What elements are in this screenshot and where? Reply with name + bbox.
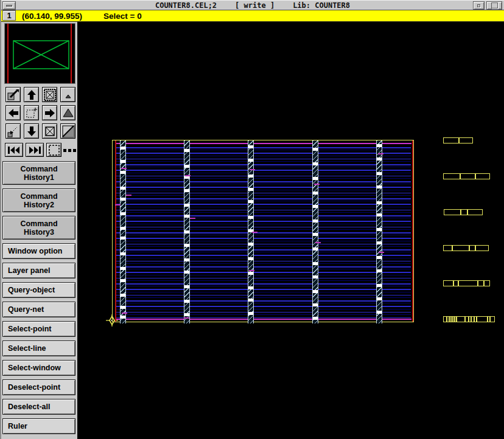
layout-canvas[interactable] bbox=[79, 22, 504, 439]
deselect-point-button[interactable]: Deselect-point bbox=[2, 379, 75, 395]
view-previous-button[interactable] bbox=[5, 143, 23, 157]
up-arrow-icon bbox=[25, 88, 38, 102]
contact-block bbox=[184, 204, 189, 207]
net-label-mark bbox=[315, 242, 321, 243]
select-line-button[interactable]: Select-line bbox=[2, 340, 75, 356]
bus-tap-divider bbox=[489, 317, 491, 322]
select-point-button[interactable]: Select-point bbox=[2, 321, 75, 337]
bus-tap-divider bbox=[476, 317, 477, 322]
delete-box-button[interactable] bbox=[42, 87, 57, 102]
contact-block bbox=[184, 244, 189, 247]
box-x-button[interactable] bbox=[42, 123, 57, 139]
window-menu-button[interactable] bbox=[2, 1, 16, 10]
shrink-view-button[interactable] bbox=[5, 123, 21, 139]
ruler-button[interactable]: Ruler bbox=[2, 418, 75, 434]
left-arrow-icon bbox=[7, 106, 20, 120]
more-options-button[interactable] bbox=[63, 149, 76, 152]
view-next-button[interactable] bbox=[26, 143, 44, 157]
contact-block bbox=[313, 262, 318, 265]
contact-block bbox=[121, 171, 125, 174]
maximize-button[interactable] bbox=[486, 1, 502, 10]
net-label-mark bbox=[249, 270, 254, 271]
command-history1-button[interactable]: Command History1 bbox=[2, 161, 75, 185]
net-label-mark bbox=[379, 252, 384, 253]
contact-block bbox=[377, 201, 382, 204]
contact-block bbox=[121, 212, 125, 215]
contact-block bbox=[377, 241, 382, 244]
command-history2-button[interactable]: Command History2 bbox=[2, 188, 75, 212]
net-label-mark bbox=[190, 218, 195, 219]
iconify-button[interactable] bbox=[473, 1, 485, 10]
fill-corner-button[interactable] bbox=[60, 123, 75, 139]
bus-tap-divider bbox=[458, 281, 459, 286]
contact-block bbox=[121, 316, 125, 319]
query-object-button[interactable]: Query-object bbox=[2, 282, 75, 298]
contact-block bbox=[121, 198, 125, 201]
contact-block bbox=[248, 312, 253, 315]
bus-tap-symbol bbox=[443, 316, 495, 322]
bus-tap-symbol bbox=[443, 173, 490, 179]
contact-block bbox=[184, 165, 189, 168]
title-filename: COUNTER8.CEL;2 bbox=[155, 1, 217, 10]
contact-block bbox=[313, 290, 318, 293]
contact-block bbox=[313, 148, 318, 151]
bus-tap-divider bbox=[453, 281, 454, 286]
pan-right-button[interactable] bbox=[42, 105, 57, 120]
zoom-in-big-button[interactable] bbox=[60, 105, 75, 120]
contact-block bbox=[248, 200, 253, 203]
boxed-x-icon bbox=[43, 88, 57, 102]
icon-toolbar bbox=[1, 87, 77, 160]
select-window-button[interactable]: Select-window bbox=[2, 360, 75, 376]
fast-forward-icon bbox=[27, 145, 42, 156]
bus-tap-divider bbox=[458, 138, 460, 143]
layer-panel-button[interactable]: Layer panel bbox=[2, 263, 75, 278]
titlebar: COUNTER8.CEL;2 [ write ] Lib: COUNTER8 bbox=[1, 0, 504, 10]
edit-button[interactable] bbox=[5, 87, 21, 102]
bus-tap-divider bbox=[468, 317, 469, 322]
cursor-coordinates: (60.140, 99.955) bbox=[22, 12, 82, 21]
bus-tap-divider bbox=[475, 174, 476, 179]
routing-column bbox=[376, 140, 382, 323]
contact-block bbox=[248, 188, 253, 191]
shrink-icon bbox=[7, 125, 20, 138]
bus-tap-divider bbox=[477, 281, 478, 286]
contact-block bbox=[377, 256, 382, 259]
zoom-window-button[interactable] bbox=[24, 105, 39, 120]
command-history3-button[interactable]: Command History3 bbox=[2, 216, 75, 240]
contact-block bbox=[184, 230, 189, 233]
window-option-button[interactable]: Window option bbox=[2, 243, 75, 259]
zoom-out-small-button[interactable] bbox=[60, 87, 75, 102]
window-title: COUNTER8.CEL;2 [ write ] Lib: COUNTER8 bbox=[1, 1, 504, 10]
pan-down-button[interactable] bbox=[24, 123, 39, 139]
contact-block bbox=[377, 213, 382, 216]
contact-block bbox=[377, 311, 382, 314]
contact-block bbox=[248, 299, 253, 302]
bus-tap-divider bbox=[454, 317, 455, 322]
contact-block bbox=[248, 257, 253, 260]
contact-block bbox=[248, 272, 253, 275]
contact-block bbox=[184, 300, 189, 303]
net-label-mark bbox=[115, 204, 121, 206]
marquee-button[interactable] bbox=[46, 143, 61, 157]
query-net-button[interactable]: Query-net bbox=[2, 302, 75, 317]
deselect-all-button[interactable]: Deselect-all bbox=[2, 399, 75, 415]
net-label-mark bbox=[185, 175, 191, 176]
bus-tap-divider bbox=[467, 210, 468, 215]
bus-tap-divider bbox=[449, 317, 450, 322]
bus-tap-symbol bbox=[443, 280, 490, 286]
overview-thumbnail-icon bbox=[5, 24, 75, 83]
contact-block bbox=[184, 215, 189, 218]
contact-block bbox=[121, 187, 125, 190]
contact-block bbox=[121, 147, 125, 150]
pan-left-button[interactable] bbox=[5, 105, 21, 120]
well-edge-line bbox=[412, 140, 413, 322]
right-arrow-icon bbox=[43, 106, 57, 120]
contact-block bbox=[377, 297, 382, 300]
command-button-column: Command History1 Command History2 Comman… bbox=[1, 161, 77, 434]
overview-panel[interactable] bbox=[4, 23, 75, 84]
pan-up-button[interactable] bbox=[24, 87, 39, 102]
contact-block bbox=[313, 205, 318, 208]
net-label-mark bbox=[122, 313, 127, 314]
routing-column bbox=[184, 140, 190, 323]
contact-block bbox=[121, 252, 125, 255]
